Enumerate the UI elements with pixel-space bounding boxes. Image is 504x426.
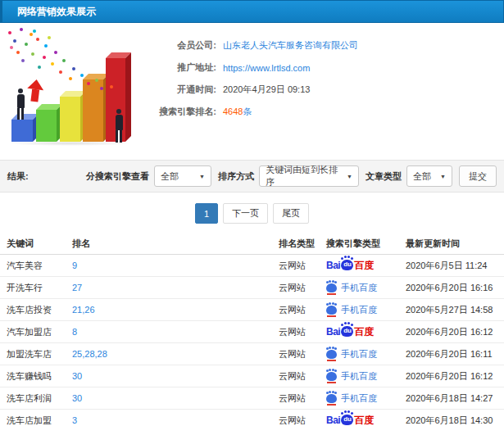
- keyword-cell: 汽车美容: [0, 260, 72, 272]
- article-type-value: 全部: [413, 170, 431, 183]
- promo-url-link[interactable]: https://www.lrtlsd.com: [223, 63, 310, 73]
- info-section: 会员公司: 山东老人头汽车服务咨询有限公司 推广地址: https://www.…: [0, 23, 504, 152]
- engine-filter-value: 全部: [161, 170, 179, 183]
- table-row: 汽车美容 9 云网站 Baidu百度 2020年6月5日 11:24: [0, 255, 504, 277]
- rank-link[interactable]: 27: [72, 283, 82, 292]
- filter-bar: 结果: 分搜索引擎查看 全部 ▼ 排序方式 关键词由短到长排序 ▼ 文章类型 全…: [0, 160, 504, 193]
- info-row-url: 推广地址: https://www.lrtlsd.com: [146, 57, 504, 79]
- updated-cell: 2020年6月5日 11:24: [406, 260, 504, 272]
- bar-orange: [83, 79, 103, 142]
- keyword-cell: 加盟洗车店: [0, 348, 72, 360]
- rank-type-cell: 云网站: [279, 392, 326, 405]
- table-row: 汽车加盟店 8 云网站 Baidu百度 2020年6月20日 16:12: [0, 321, 504, 343]
- rank-link[interactable]: 21,26: [72, 305, 95, 315]
- baidu-logo: Baidu百度: [326, 326, 374, 338]
- rank-table: 关键词 排名 排名类型 搜索引擎类型 最新更新时间 汽车美容 9 云网站 Bai…: [0, 233, 504, 426]
- rank-type-cell: 云网站: [279, 415, 326, 426]
- rank-type-cell: 云网站: [279, 370, 326, 383]
- rank-count-value: 4648: [223, 106, 243, 116]
- promo-url-label: 推广地址:: [146, 61, 216, 74]
- table-row: 加盟洗车店 25,28,28 云网站 手机百度 2020年6月20日 16:11: [0, 343, 504, 365]
- page-header: 网络营销效果展示: [0, 0, 504, 23]
- info-row-open-time: 开通时间: 2020年4月29日 09:13: [146, 79, 504, 101]
- table-row: 洗车店投资 21,26 云网站 手机百度 2020年5月27日 14:58: [0, 299, 504, 321]
- table-row: 洗车店加盟 3 云网站 Baidu百度 2020年6月18日 14:30: [0, 410, 504, 426]
- baidu-paw-icon: du: [341, 260, 353, 270]
- open-time-value: 2020年4月29日 09:13: [223, 84, 310, 96]
- result-label: 结果:: [7, 170, 29, 183]
- marketing-illustration: [0, 23, 146, 152]
- article-type-select[interactable]: 全部 ▼: [406, 165, 452, 187]
- submit-button[interactable]: 提交: [459, 165, 497, 187]
- article-type-label: 文章类型: [366, 170, 402, 183]
- mobile-baidu-paw-icon: [326, 350, 337, 359]
- col-updated: 最新更新时间: [406, 238, 504, 250]
- confetti-dots: [8, 31, 11, 34]
- keyword-cell: 洗车赚钱吗: [0, 370, 72, 383]
- next-page-button[interactable]: 下一页: [223, 203, 268, 224]
- baidu-paw-icon: du: [341, 326, 353, 337]
- engine-filter-label: 分搜索引擎查看: [86, 170, 149, 183]
- rank-count-label: 搜索引擎排名:: [146, 106, 216, 118]
- company-info: 会员公司: 山东老人头汽车服务咨询有限公司 推广地址: https://www.…: [146, 23, 504, 152]
- bar-yellow: [60, 97, 80, 142]
- keyword-cell: 开洗车行: [0, 282, 72, 294]
- rank-link[interactable]: 3: [72, 415, 77, 425]
- updated-cell: 2020年6月20日 16:12: [406, 326, 504, 338]
- updated-cell: 2020年6月20日 16:16: [406, 282, 504, 294]
- table-row: 洗车赚钱吗 30 云网站 手机百度 2020年6月20日 16:12: [0, 365, 504, 387]
- rank-link[interactable]: 8: [72, 327, 77, 337]
- open-time-label: 开通时间:: [146, 84, 216, 96]
- rank-link[interactable]: 25,28,28: [72, 349, 107, 359]
- updated-cell: 2020年5月27日 14:58: [406, 304, 504, 316]
- mobile-baidu-logo: 手机百度: [326, 393, 377, 403]
- chevron-down-icon: ▼: [440, 174, 446, 179]
- mobile-baidu-logo: 手机百度: [326, 305, 377, 315]
- mobile-baidu-paw-icon: [326, 372, 337, 381]
- sort-label: 排序方式: [218, 170, 254, 183]
- updated-cell: 2020年6月20日 16:11: [406, 348, 504, 360]
- keyword-cell: 汽车加盟店: [0, 326, 72, 338]
- keyword-cell: 洗车店加盟: [0, 415, 72, 426]
- chevron-down-icon: ▼: [199, 174, 205, 179]
- keyword-cell: 洗车店利润: [0, 392, 72, 405]
- mobile-baidu-paw-icon: [326, 306, 337, 315]
- company-label: 会员公司:: [146, 39, 216, 52]
- page-title: 网络营销效果展示: [17, 6, 96, 17]
- pagination: 1 下一页 尾页: [0, 203, 504, 224]
- chevron-down-icon: ▼: [347, 174, 352, 179]
- mobile-baidu-paw-icon: [326, 283, 337, 292]
- updated-cell: 2020年6月18日 14:30: [406, 415, 504, 426]
- sort-select[interactable]: 关键词由短到长排序 ▼: [259, 165, 359, 187]
- businessman-figure-left: [15, 88, 26, 120]
- mobile-baidu-logo: 手机百度: [326, 371, 377, 381]
- updated-cell: 2020年6月20日 16:12: [406, 370, 504, 383]
- last-page-button[interactable]: 尾页: [273, 203, 309, 224]
- rank-link[interactable]: 30: [72, 371, 82, 381]
- mobile-baidu-paw-icon: [326, 394, 337, 403]
- updated-cell: 2020年6月18日 14:27: [406, 392, 504, 405]
- table-row: 洗车店利润 30 云网站 手机百度 2020年6月18日 14:27: [0, 387, 504, 410]
- sort-value: 关键词由短到长排序: [266, 164, 342, 188]
- page-1-button[interactable]: 1: [195, 203, 218, 224]
- col-rank: 排名: [72, 238, 279, 250]
- table-row: 开洗车行 27 云网站 手机百度 2020年6月20日 16:16: [0, 277, 504, 299]
- rank-type-cell: 云网站: [279, 260, 326, 272]
- rank-count-unit: 条: [243, 106, 252, 116]
- keyword-cell: 洗车店投资: [0, 304, 72, 316]
- company-link[interactable]: 山东老人头汽车服务咨询有限公司: [223, 39, 358, 52]
- rank-link[interactable]: 9: [72, 261, 77, 270]
- rank-type-cell: 云网站: [279, 282, 326, 294]
- bar-green: [36, 110, 57, 142]
- page: 网络营销效果展示 会员公司: 山东老人头汽车: [0, 0, 504, 426]
- rank-type-cell: 云网站: [279, 326, 326, 338]
- col-engine-type: 搜索引擎类型: [326, 238, 406, 250]
- info-row-company: 会员公司: 山东老人头汽车服务咨询有限公司: [146, 34, 504, 57]
- rank-link[interactable]: 30: [72, 393, 82, 403]
- baidu-paw-icon: du: [341, 415, 353, 425]
- rank-type-cell: 云网站: [279, 348, 326, 360]
- engine-filter-select[interactable]: 全部 ▼: [154, 165, 211, 187]
- mobile-baidu-logo: 手机百度: [326, 283, 377, 292]
- col-rank-type: 排名类型: [279, 238, 326, 250]
- red-up-arrow-icon: [25, 79, 44, 102]
